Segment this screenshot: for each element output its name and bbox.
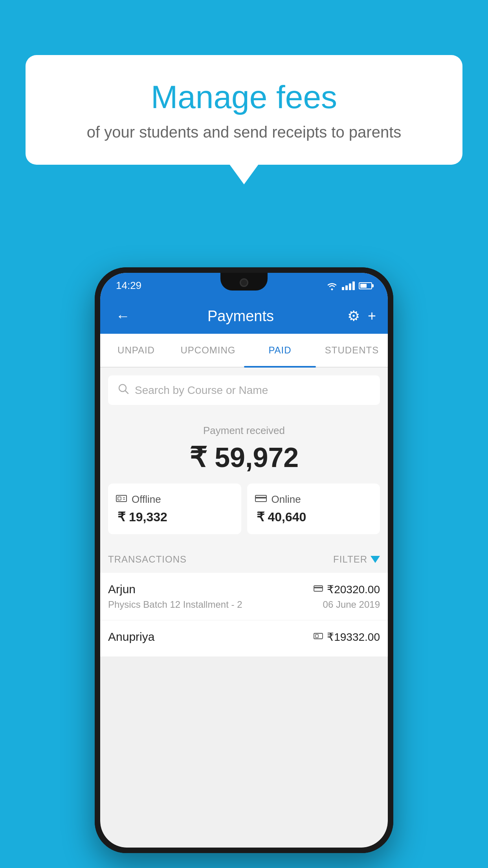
offline-label: Offline (132, 493, 161, 506)
battery-icon (359, 282, 372, 289)
online-card: Online ₹ 40,640 (247, 484, 380, 534)
signal-icon (342, 281, 355, 290)
add-icon[interactable]: + (368, 308, 376, 324)
online-amount: ₹ 40,640 (255, 509, 306, 524)
payment-received-label: Payment received (108, 425, 380, 437)
status-time: 14:29 (116, 280, 141, 292)
online-label: Online (272, 493, 301, 506)
svg-rect-3 (118, 497, 121, 500)
transaction-top: Anupriya ₹19332.00 (108, 630, 380, 644)
payment-mode-cash-icon (314, 632, 323, 642)
payment-mode-card-icon (314, 584, 323, 594)
app-bar-actions: ⚙ + (347, 308, 376, 324)
filter-label: FILTER (333, 554, 367, 565)
bubble-subtitle: of your students and send receipts to pa… (57, 123, 431, 141)
notch (220, 273, 268, 291)
svg-rect-8 (314, 586, 323, 591)
filter-icon (371, 556, 380, 563)
cash-icon (116, 493, 127, 506)
transaction-amount-wrap: ₹19332.00 (314, 631, 380, 644)
app-bar: ← Payments ⚙ + (100, 298, 388, 334)
online-card-header: Online (255, 493, 301, 506)
search-bar[interactable]: Search by Course or Name (108, 375, 380, 405)
transaction-top: Arjun ₹20320.00 (108, 583, 380, 596)
tab-unpaid[interactable]: UNPAID (100, 334, 172, 367)
app-title: Payments (142, 308, 339, 325)
transaction-row[interactable]: Arjun ₹20320.00 (100, 573, 388, 620)
transaction-desc: Physics Batch 12 Installment - 2 (108, 599, 242, 610)
svg-rect-7 (255, 497, 266, 498)
settings-icon[interactable]: ⚙ (347, 308, 360, 324)
transaction-amount: ₹19332.00 (327, 631, 380, 644)
transaction-amount: ₹20320.00 (327, 583, 380, 596)
payment-cards: Offline ₹ 19,332 (108, 484, 380, 534)
back-button[interactable]: ← (112, 304, 134, 328)
offline-amount: ₹ 19,332 (116, 509, 167, 524)
content-area: Search by Course or Name Payment receive… (100, 368, 388, 657)
card-icon (255, 493, 267, 506)
transaction-name: Arjun (108, 583, 136, 596)
tab-students[interactable]: STUDENTS (316, 334, 388, 367)
filter-button[interactable]: FILTER (333, 554, 380, 565)
tab-paid[interactable]: PAID (244, 334, 316, 367)
offline-card: Offline ₹ 19,332 (108, 484, 241, 534)
tabs-container: UNPAID UPCOMING PAID STUDENTS (100, 334, 388, 368)
transaction-amount-wrap: ₹20320.00 (314, 583, 380, 596)
phone-mockup: 14:29 (95, 267, 393, 853)
transaction-row[interactable]: Anupriya ₹19332.00 (100, 620, 388, 657)
speech-bubble-container: Manage fees of your students and send re… (26, 55, 462, 165)
transactions-header: TRANSACTIONS FILTER (100, 544, 388, 573)
wifi-icon (326, 281, 338, 291)
svg-line-1 (125, 391, 128, 394)
speech-bubble: Manage fees of your students and send re… (26, 55, 462, 165)
svg-rect-11 (316, 634, 318, 638)
bubble-title: Manage fees (57, 79, 431, 116)
payment-summary: Payment received ₹ 59,972 (100, 411, 388, 544)
phone-screen: 14:29 (100, 273, 388, 848)
search-input[interactable]: Search by Course or Name (135, 384, 268, 397)
tab-upcoming[interactable]: UPCOMING (172, 334, 244, 367)
transaction-name: Anupriya (108, 630, 154, 644)
camera (240, 278, 248, 287)
offline-card-header: Offline (116, 493, 161, 506)
transaction-date: 06 June 2019 (323, 599, 380, 610)
transactions-label: TRANSACTIONS (108, 554, 187, 565)
svg-rect-9 (314, 587, 323, 588)
status-icons (326, 281, 372, 291)
payment-total-amount: ₹ 59,972 (108, 441, 380, 474)
transaction-bottom: Physics Batch 12 Installment - 2 06 June… (108, 599, 380, 610)
phone-frame: 14:29 (95, 267, 393, 853)
search-icon (118, 383, 129, 397)
battery-fill (360, 284, 367, 288)
